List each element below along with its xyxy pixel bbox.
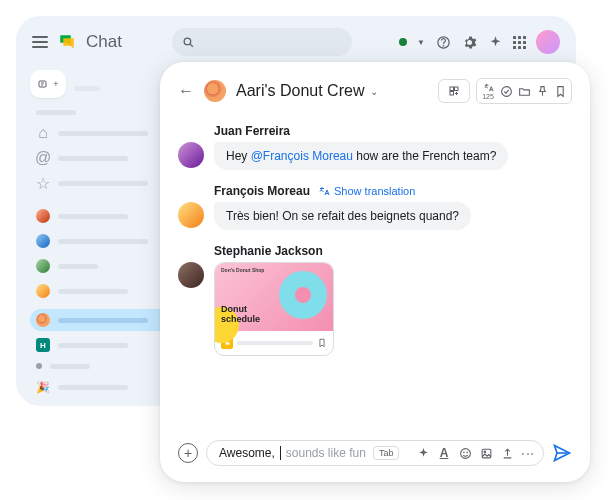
user-avatar[interactable]	[536, 30, 560, 54]
task-check-icon[interactable]	[499, 84, 513, 98]
pin-icon[interactable]	[535, 84, 549, 98]
conversation-header: ← Aari's Donut Crew ⌄ 125	[178, 78, 572, 104]
star-icon: ☆	[36, 176, 50, 190]
svg-point-10	[463, 452, 464, 453]
compose-placeholder	[74, 86, 100, 91]
sparkle-icon[interactable]	[487, 34, 503, 50]
image-icon[interactable]	[479, 446, 493, 460]
settings-gear-icon[interactable]	[461, 34, 477, 50]
message: Juan Ferreira Hey @François Moreau how a…	[178, 124, 572, 170]
card-title: Donut schedule	[221, 305, 260, 325]
add-attachment-button[interactable]: +	[178, 443, 198, 463]
sidebar-item[interactable]: @	[30, 147, 180, 169]
app-header: Chat ▼	[32, 30, 560, 54]
svg-rect-3	[39, 81, 46, 87]
svg-rect-6	[450, 92, 454, 96]
sidebar-item[interactable]: ☆	[30, 172, 180, 194]
sidebar-dm[interactable]	[30, 255, 180, 277]
translate-summary-icon[interactable]: 125	[481, 82, 495, 100]
attachment-card[interactable]: Don's Donut Shop Donut schedule	[214, 262, 334, 356]
message: François Moreau Show translation Très bi…	[178, 184, 572, 230]
text-cursor	[280, 446, 281, 460]
svg-point-2	[443, 45, 444, 46]
space-name[interactable]: Aari's Donut Crew	[236, 82, 364, 100]
author-row: François Moreau Show translation	[214, 184, 572, 198]
author-avatar[interactable]	[178, 202, 204, 228]
mention-icon: @	[36, 151, 50, 165]
send-button[interactable]	[552, 443, 572, 463]
help-icon[interactable]	[435, 34, 451, 50]
message-bubble[interactable]: Hey @François Moreau how are the French …	[214, 142, 508, 170]
folder-icon[interactable]	[517, 84, 531, 98]
svg-point-9	[460, 448, 470, 458]
sidebar-item[interactable]	[30, 106, 180, 119]
emoji-icon[interactable]	[458, 446, 472, 460]
app-plus-icon	[447, 84, 461, 98]
dot-icon	[36, 363, 42, 369]
avatar-icon	[36, 234, 50, 248]
menu-icon[interactable]	[32, 36, 48, 48]
svg-point-0	[184, 38, 191, 45]
sidebar: + ⌂ @ ☆ H 🎉	[30, 70, 180, 401]
chat-logo-icon	[58, 33, 76, 51]
space-avatar	[204, 80, 226, 102]
sidebar-space-selected[interactable]	[30, 309, 180, 331]
sidebar-dm[interactable]	[30, 230, 180, 252]
add-app-button[interactable]	[438, 79, 470, 103]
status-indicator[interactable]	[399, 38, 407, 46]
sidebar-item[interactable]: ⌂	[30, 122, 180, 144]
avatar-icon	[36, 209, 50, 223]
svg-point-11	[466, 452, 467, 453]
message-list: Juan Ferreira Hey @François Moreau how a…	[178, 124, 572, 440]
upload-icon[interactable]	[500, 446, 514, 460]
message-bubble[interactable]: Très bien! On se refait des beignets qua…	[214, 202, 471, 230]
sidebar-space[interactable]: H	[30, 334, 180, 356]
chevron-down-icon[interactable]: ⌄	[370, 86, 378, 97]
svg-point-7	[501, 86, 511, 96]
status-chevron-icon[interactable]: ▼	[417, 38, 425, 47]
apps-grid-icon[interactable]	[513, 36, 526, 49]
party-icon: 🎉	[36, 380, 50, 394]
mention[interactable]: @François Moreau	[251, 149, 353, 163]
card-thumbnail: Don's Donut Shop Donut schedule	[215, 263, 333, 331]
author-avatar[interactable]	[178, 142, 204, 168]
svg-rect-4	[450, 87, 454, 91]
donut-avatar-icon	[36, 313, 50, 327]
avatar-icon	[36, 284, 50, 298]
app-title: Chat	[86, 32, 122, 52]
message: Stephanie Jackson Don's Donut Shop Donut…	[178, 244, 572, 356]
author-name: Juan Ferreira	[214, 124, 572, 138]
sidebar-space[interactable]: 🎉	[30, 376, 180, 398]
more-icon[interactable]: ⋮	[521, 446, 535, 460]
svg-rect-5	[455, 87, 459, 91]
donut-graphic-icon	[279, 271, 327, 319]
sparkle-icon[interactable]	[416, 446, 430, 460]
author-name: Stephanie Jackson	[214, 244, 572, 258]
header-actions-group: 125	[476, 78, 572, 104]
space-letter-icon: H	[36, 338, 50, 352]
sidebar-space[interactable]	[30, 359, 180, 373]
bookmark-icon[interactable]	[553, 84, 567, 98]
svg-point-13	[484, 451, 486, 453]
message-input[interactable]: Awesome, sounds like fun Tab A ⋮	[206, 440, 544, 466]
message-composer: + Awesome, sounds like fun Tab A ⋮	[178, 440, 572, 466]
home-icon: ⌂	[36, 126, 50, 140]
back-arrow-icon[interactable]: ←	[178, 82, 194, 100]
sidebar-dm[interactable]	[30, 205, 180, 227]
conversation-panel: ← Aari's Donut Crew ⌄ 125 Juan	[160, 62, 590, 482]
author-avatar[interactable]	[178, 262, 204, 288]
svg-rect-12	[482, 449, 491, 458]
format-text-icon[interactable]: A	[437, 446, 451, 460]
search-bar[interactable]	[172, 28, 352, 56]
new-chat-button[interactable]: +	[30, 70, 66, 98]
bookmark-icon[interactable]	[317, 334, 327, 352]
avatar-icon	[36, 259, 50, 273]
autocomplete-suggestion: sounds like fun	[286, 446, 366, 460]
show-translation-link[interactable]: Show translation	[318, 185, 415, 197]
tab-hint: Tab	[373, 446, 400, 460]
sidebar-dm[interactable]	[30, 280, 180, 302]
